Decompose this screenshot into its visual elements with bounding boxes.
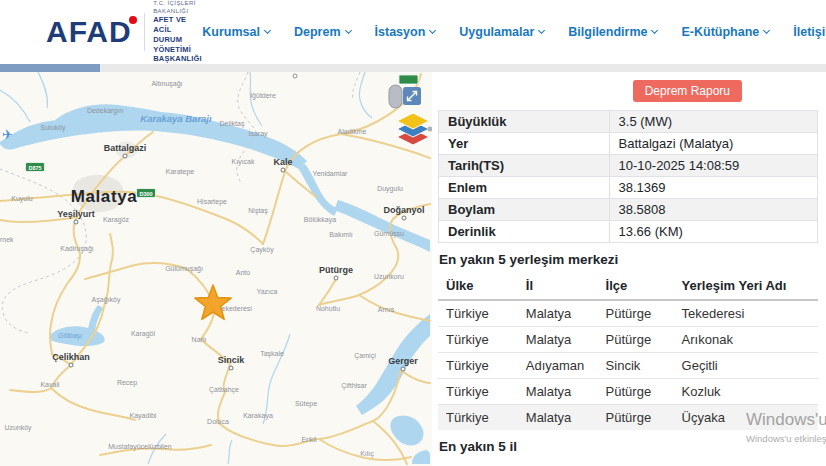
nav-label: Deprem [294,25,341,39]
detail-label: Enlem [439,177,610,199]
logo-subtitle-1: T.C. İÇİŞLERİ BAKANLIĞI [153,0,202,15]
nav-item-deprem[interactable]: Deprem [294,25,351,39]
town-marker-dot [334,276,338,280]
settlement-cell: Malatya [518,405,598,431]
settlement-cell: Malatya [518,300,598,327]
map-label: Deliktaş [220,120,245,128]
map-label: Recep [117,379,137,387]
map-label: Kuyulu [11,195,33,203]
nav-item-i̇stasyon[interactable]: İstasyon [375,25,436,39]
nearest-settlements-title: En yakın 5 yerleşim merkezi [439,252,818,267]
town-marker-dot [401,367,405,371]
nearest-cities-title: En yakın 5 il [439,439,818,454]
detail-row: Boylam38.5808 [439,199,818,221]
map-label: Nohutlu [316,305,340,312]
map-label: İsaray [248,129,268,138]
nav-item-i̇letişim[interactable]: İletişim [793,25,826,39]
map-label: Sincik [218,355,246,365]
detail-label: Derinlik [439,221,610,243]
map-container[interactable]: MalatyaBattalgaziKaleYeşilyurtPütürgeSin… [0,72,432,466]
settlement-cell: Kozluk [674,379,818,405]
map-label: Anto [236,269,251,276]
settlement-cell: Türkiye [438,327,518,353]
settlement-cell: Pütürge [598,300,674,327]
detail-value: Battalgazi (Malatya) [609,133,817,155]
logo-red-dot-icon [129,16,137,24]
detail-value: 13.66 (KM) [609,221,817,243]
road-sign-label: D300 [139,191,152,197]
earthquake-details-table: Büyüklük3.5 (MW)YerBattalgazi (Malatya)T… [438,110,818,243]
map-canvas[interactable]: MalatyaBattalgaziKaleYeşilyurtPütürgeSin… [0,72,432,466]
town-marker-dot [123,154,127,158]
fullscreen-button[interactable] [403,87,421,105]
road-sign-label: D875 [28,165,41,171]
map-label: Çayköy [250,246,274,254]
settlement-cell: Pütürge [598,327,674,353]
map-label: Doluca [207,418,229,425]
map-marker-icon[interactable] [389,85,402,108]
map-label: Kadiruşağı [60,245,94,253]
map-label: Kıyıcak [232,158,255,166]
map-label: Örnek [0,236,14,243]
map-label: Duygulu [377,185,403,193]
map-label: Karakaya [243,412,273,420]
map-label: Kılıç [360,450,374,458]
settlement-row: TürkiyeMalatyaPütürgeÜçyaka [438,405,818,431]
settlement-cell: Türkiye [438,379,518,405]
settlements-column-header: İlçe [598,273,674,300]
nav-label: Uygulamalar [459,25,534,39]
map-label: İğütdere [250,91,276,100]
settlement-row: TürkiyeMalatyaPütürgeKozluk [438,379,818,405]
detail-label: Yer [439,133,610,155]
map-label: Karakaya Barajı [140,113,212,124]
map-label: Yenidamlar [313,170,348,177]
detail-value: 38.5808 [609,199,817,221]
map-label: Altınuşağı [151,80,182,88]
settlement-cell: Malatya [518,379,598,405]
logo-subtitle-3: YÖNETİMİ BAŞKANLIĞI [153,45,202,65]
nav-item-kurumsal[interactable]: Kurumsal [202,25,270,39]
map-label: Uzunköy [4,424,32,432]
airport-airplane-icon: ✈ [2,127,13,142]
nav-item-bilgilendirme[interactable]: Bilgilendirme [568,25,657,39]
nav-item-e-kütüphane[interactable]: E-Kütüphane [681,25,769,39]
chevron-down-icon [538,27,545,34]
settlements-column-header: İl [518,273,598,300]
detail-row: Tarih(TS)10-10-2025 14:08:59 [439,155,818,177]
detail-row: Büyüklük3.5 (MW) [439,111,818,133]
layers-gear-icon [428,127,433,132]
map-label: Kale [273,157,292,167]
nav-item-uygulamalar[interactable]: Uygulamalar [459,25,544,39]
afad-logo[interactable]: AFAD T.C. İÇİŞLERİ BAKANLIĞI AFET VE ACİ… [46,0,202,64]
settlement-cell: Adıyaman [518,353,598,379]
nav-label: İletişim [793,25,826,39]
town-marker-dot [229,366,233,370]
map-label: Pütürge [319,265,353,275]
map-label: Narlı [192,336,207,343]
chevron-down-icon [345,27,352,34]
detail-label: Büyüklük [439,111,610,133]
scrollbar-thumb[interactable] [0,64,100,72]
main-nav: KurumsalDepremİstasyonUygulamalarBilgile… [202,25,826,39]
map-label: Karagöl [131,330,156,338]
earthquake-detail-panel: Deprem Raporu Büyüklük3.5 (MW)YerBattalg… [432,72,826,466]
layers-button[interactable] [397,113,432,145]
map-label: Dedekargın [87,107,123,115]
map-label: Çifthisar [341,382,367,390]
site-header: AFAD T.C. İÇİŞLERİ BAKANLIĞI AFET VE ACİ… [0,0,826,64]
settlements-column-header: Yerleşim Yeri Adı [674,273,818,300]
map-label: Karatepe [166,168,195,176]
chevron-down-icon [264,27,271,34]
settlement-cell: Üçyaka [674,405,818,431]
map-label: Hisartepe [197,198,227,206]
map-label: Suluköy [41,124,66,132]
horizontal-scrollbar[interactable] [0,64,826,72]
detail-value: 3.5 (MW) [609,111,817,133]
map-label: Çatbahçe [209,386,239,394]
deprem-raporu-button[interactable]: Deprem Raporu [633,80,742,102]
map-label: Arnıs [378,306,395,313]
map-label: Gümüşsu [374,230,404,238]
map-label: Sütepe [295,400,317,408]
nav-label: Bilgilendirme [568,25,647,39]
map-water [0,104,430,464]
